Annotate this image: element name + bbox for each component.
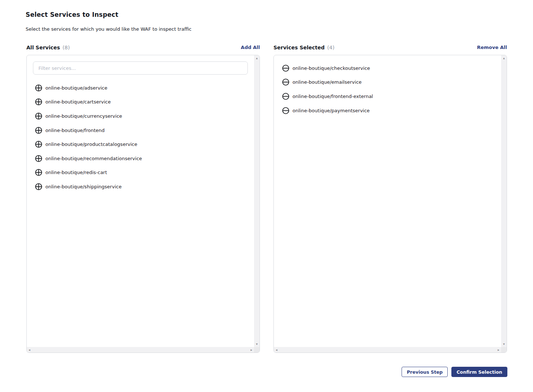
scroll-right-icon[interactable]: ▶ xyxy=(250,349,252,351)
scroll-left-icon[interactable]: ◀ xyxy=(29,349,30,351)
service-name: online-boutique/paymentservice xyxy=(292,108,370,113)
plus-circle-icon[interactable] xyxy=(35,141,42,148)
service-row[interactable]: online-boutique/currencyservice xyxy=(27,109,254,123)
selected-service-row[interactable]: online-boutique/checkoutservice xyxy=(274,61,501,75)
horizontal-scrollbar[interactable]: ◀ ▶ xyxy=(274,347,501,353)
page-title: Select Services to Inspect xyxy=(26,11,118,18)
service-row[interactable]: online-boutique/frontend xyxy=(27,123,254,137)
scrollbar-corner xyxy=(254,347,260,353)
scroll-left-icon[interactable]: ◀ xyxy=(276,349,277,351)
vertical-scrollbar[interactable]: ▲ ▼ xyxy=(254,55,260,347)
service-name: online-boutique/recommendationservice xyxy=(45,156,142,161)
service-name: online-boutique/emailservice xyxy=(292,79,362,85)
service-row[interactable]: online-boutique/adservice xyxy=(27,81,254,95)
all-services-panel: online-boutique/adservice online-boutiqu… xyxy=(26,55,260,353)
footer-actions: Previous Step Confirm Selection xyxy=(402,367,507,377)
service-name: online-boutique/frontend-external xyxy=(292,94,373,99)
plus-circle-icon[interactable] xyxy=(35,127,42,134)
service-name: online-boutique/productcatalogservice xyxy=(45,142,137,147)
service-name: online-boutique/redis-cart xyxy=(45,170,107,175)
service-row[interactable]: online-boutique/cartservice xyxy=(27,95,254,109)
all-services-column: All Services(8) Add All xyxy=(26,41,260,353)
selected-service-row[interactable]: online-boutique/paymentservice xyxy=(274,103,501,118)
add-all-link[interactable]: Add All xyxy=(241,45,260,50)
scrollbar-corner xyxy=(501,347,507,353)
selected-service-row[interactable]: online-boutique/frontend-external xyxy=(274,89,501,103)
selected-services-heading: Services Selected xyxy=(273,45,325,50)
filter-wrap xyxy=(27,55,254,75)
page-subtitle: Select the services for which you would … xyxy=(26,26,191,32)
minus-circle-icon[interactable] xyxy=(282,79,289,86)
service-row[interactable]: online-boutique/redis-cart xyxy=(27,166,254,180)
plus-circle-icon[interactable] xyxy=(35,169,42,176)
previous-step-button[interactable]: Previous Step xyxy=(402,367,448,377)
scroll-down-icon[interactable]: ▼ xyxy=(503,343,505,345)
confirm-selection-button[interactable]: Confirm Selection xyxy=(451,367,507,377)
scroll-down-icon[interactable]: ▼ xyxy=(256,343,258,345)
selected-service-row[interactable]: online-boutique/emailservice xyxy=(274,75,501,90)
selected-services-heading-group: Services Selected(4) xyxy=(273,44,335,51)
plus-circle-icon[interactable] xyxy=(35,98,42,105)
service-row[interactable]: online-boutique/recommendationservice xyxy=(27,151,254,166)
selected-services-count: (4) xyxy=(327,45,335,50)
service-name: online-boutique/adservice xyxy=(45,85,107,91)
selected-services-column: Services Selected(4) Remove All online-b… xyxy=(273,41,507,353)
scroll-up-icon[interactable]: ▲ xyxy=(256,57,258,59)
service-row[interactable]: online-boutique/shippingservice xyxy=(27,180,254,194)
all-services-header: All Services(8) Add All xyxy=(26,41,260,55)
service-name: online-boutique/shippingservice xyxy=(45,184,122,189)
plus-circle-icon[interactable] xyxy=(35,113,42,120)
service-name: online-boutique/checkoutservice xyxy=(292,65,370,71)
plus-circle-icon[interactable] xyxy=(35,84,42,91)
service-name: online-boutique/frontend xyxy=(45,128,105,133)
scroll-up-icon[interactable]: ▲ xyxy=(503,57,505,59)
minus-circle-icon[interactable] xyxy=(282,65,289,72)
horizontal-scrollbar[interactable]: ◀ ▶ xyxy=(27,347,254,353)
scroll-right-icon[interactable]: ▶ xyxy=(497,349,499,351)
all-services-list: online-boutique/adservice online-boutiqu… xyxy=(27,81,254,194)
all-services-heading-group: All Services(8) xyxy=(26,44,70,51)
minus-circle-icon[interactable] xyxy=(282,93,289,100)
selected-services-panel-content: online-boutique/checkoutservice online-b… xyxy=(274,55,501,347)
service-name: online-boutique/cartservice xyxy=(45,99,111,105)
selected-services-header: Services Selected(4) Remove All xyxy=(273,41,507,55)
minus-circle-icon[interactable] xyxy=(282,107,289,114)
all-services-count: (8) xyxy=(63,45,70,50)
all-services-heading: All Services xyxy=(26,45,60,50)
filter-services-input[interactable] xyxy=(33,61,248,75)
plus-circle-icon[interactable] xyxy=(35,155,42,162)
selected-services-panel: online-boutique/checkoutservice online-b… xyxy=(273,55,507,353)
plus-circle-icon[interactable] xyxy=(35,183,42,190)
service-name: online-boutique/currencyservice xyxy=(45,113,122,119)
all-services-panel-content: online-boutique/adservice online-boutiqu… xyxy=(27,55,254,347)
vertical-scrollbar[interactable]: ▲ ▼ xyxy=(501,55,507,347)
service-row[interactable]: online-boutique/productcatalogservice xyxy=(27,137,254,151)
selected-services-list: online-boutique/checkoutservice online-b… xyxy=(274,61,501,117)
remove-all-link[interactable]: Remove All xyxy=(477,45,507,50)
